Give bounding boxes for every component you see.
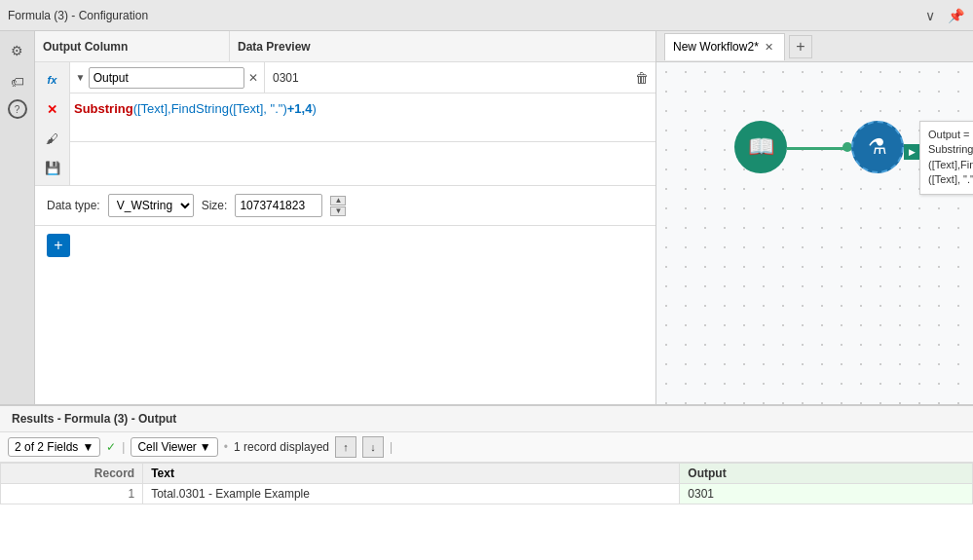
cell-viewer-chevron: ▼ [200,440,211,454]
topbar-icons: ∨ 📌 [920,6,965,25]
add-field-button[interactable]: + [47,234,70,257]
left-strip: ⚙ 🏷 ? [0,31,35,404]
question-strip-icon[interactable]: ? [8,99,27,119]
clear-output-icon[interactable]: ✕ [246,69,260,87]
workflow-tab-label: New Workflow2* [673,40,759,54]
tooltip-line2: Substring [928,142,973,157]
nav-up-button[interactable]: ↑ [335,436,356,458]
fx-icon-btn[interactable]: fx [39,66,66,93]
size-input[interactable] [235,194,322,217]
output-name-input[interactable] [89,67,244,89]
left-icon-col: fx ✕ 🖌 💾 [35,62,70,185]
check-icon: ✓ [106,440,116,454]
fields-badge[interactable]: 2 of 2 Fields ▼ [8,437,100,457]
col-header-text: Text [143,464,680,484]
spinner-down[interactable]: ▼ [330,206,346,216]
col-header-record: Record [1,464,143,484]
config-topbar: Formula (3) - Configuration ∨ 📌 [0,0,973,31]
record-count: 1 record displayed [234,440,329,454]
content-row: ⚙ 🏷 ? Output Column Data Preview fx ✕ 🖌 … [0,31,973,404]
preview-value: 0301 [265,62,628,93]
table-row: 1 Total.0301 - Example Example 0301 [1,484,973,504]
results-header: Results - Formula (3) - Output [0,406,973,432]
config-panel: Output Column Data Preview fx ✕ 🖌 💾 ▼ [35,31,656,404]
canvas-content[interactable]: 📖 ⚗ ▶ Output = Substring ([Text],FindStr… [656,62,973,404]
data-preview-header: Data Preview [230,31,655,61]
save-icon[interactable]: 💾 [39,154,66,181]
canvas-tab-bar: New Workflow2* ✕ + [656,31,973,62]
output-content: ▼ ✕ 0301 🗑 Substring([Text],FindString([… [70,62,655,185]
cell-viewer-button[interactable]: Cell Viewer ▼ [131,437,217,457]
output-row-left: ▼ ✕ [70,62,265,93]
col-header-output: Output [680,464,973,484]
tooltip-line4: ([Text], ".")+1,4) [928,172,973,187]
canvas-area: New Workflow2* ✕ + 📖 ⚗ ▶ Output = S [656,31,973,404]
nav-end-marker: | [390,440,393,454]
nav-down-button[interactable]: ↓ [362,436,384,458]
fields-chevron: ▼ [82,440,94,454]
formula-x-icon[interactable]: ✕ [39,95,66,123]
size-label: Size: [202,199,228,212]
tooltip-line3: ([Text],FindString [928,158,973,172]
workflow-tab[interactable]: New Workflow2* ✕ [664,33,785,60]
formula-node[interactable]: ⚗ [851,121,904,173]
results-header-text: Results - Formula (3) - Output [12,412,176,426]
results-table-container[interactable]: Record Text Output 1 Total.0301 - Exampl… [0,463,973,560]
output-port[interactable]: ▶ [904,144,919,160]
results-table: Record Text Output 1 Total.0301 - Exampl… [0,463,973,504]
cell-output: 0301 [680,484,973,504]
book-node[interactable]: 📖 [734,121,787,173]
connector-line [787,147,845,150]
paint-icon[interactable]: 🖌 [39,125,66,152]
tag-strip-icon[interactable]: 🏷 [4,68,31,95]
formula-node-icon: ⚗ [851,121,904,173]
cell-viewer-label: Cell Viewer [137,440,196,454]
trash-icon[interactable]: 🗑 [628,64,655,92]
formula-tooltip: Output = Substring ([Text],FindString ([… [919,121,973,195]
datatype-label: Data type: [47,199,100,212]
column-headers: Output Column Data Preview [35,31,655,62]
bottom-section: Results - Formula (3) - Output 2 of 2 Fi… [0,404,973,560]
datatype-row: Data type: V_WString String WString Int3… [35,186,655,226]
pin-icon[interactable]: 📌 [946,6,965,25]
spinner-buttons: ▲ ▼ [330,196,346,216]
output-chevron[interactable]: ▼ [74,70,87,86]
results-toolbar: 2 of 2 Fields ▼ ✓ | Cell Viewer ▼ • 1 re… [0,432,973,463]
formula-text[interactable]: Substring([Text],FindString([Text], ".")… [70,99,655,118]
output-row-container: fx ✕ 🖌 💾 ▼ ✕ 0301 🗑 [35,62,655,186]
chevron-down-icon[interactable]: ∨ [920,6,940,25]
formula-row: Substring([Text],FindString([Text], ".")… [70,93,655,142]
tab-close-icon[interactable]: ✕ [763,40,776,54]
book-node-icon: 📖 [734,121,787,173]
config-title: Formula (3) - Configuration [8,9,920,22]
cell-record: 1 [1,484,143,504]
settings-strip-icon[interactable]: ⚙ [4,37,31,64]
fields-label: 2 of 2 Fields [15,440,78,454]
datatype-select[interactable]: V_WString String WString Int32 Int64 Dou… [108,194,194,217]
spinner-up[interactable]: ▲ [330,196,346,205]
output-column-header: Output Column [35,31,230,61]
cell-text: Total.0301 - Example Example [143,484,680,504]
add-tab-button[interactable]: + [789,35,812,58]
tooltip-line1: Output = [928,128,973,142]
output-name-row: ▼ ✕ 0301 🗑 [70,62,655,93]
add-row: + [35,226,655,265]
